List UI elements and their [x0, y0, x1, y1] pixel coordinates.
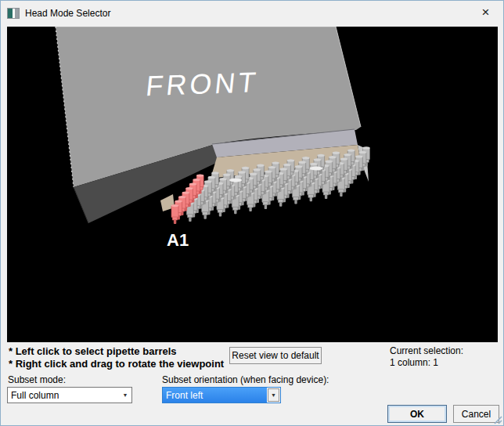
close-icon: ×: [482, 5, 490, 20]
subset-orientation-value: Front left: [163, 388, 267, 403]
viewport-instructions: * Left click to select pipette barrels* …: [9, 345, 224, 370]
titlebar: Head Mode Selector ×: [1, 1, 503, 25]
head-mode-selector-dialog: Head Mode Selector ×: [0, 0, 504, 426]
chevron-down-icon: ▼: [268, 388, 279, 402]
column-a1-label: A1: [167, 230, 189, 250]
subset-orientation-label: Subset orientation (when facing device):: [162, 374, 329, 385]
close-button[interactable]: ×: [468, 1, 503, 24]
app-icon: [7, 8, 20, 19]
subset-orientation-select[interactable]: Front left ▼: [162, 387, 281, 403]
reset-view-button[interactable]: Reset view to default: [229, 347, 322, 364]
subset-mode-select[interactable]: Full column ▼: [7, 387, 132, 403]
resize-grip[interactable]: [492, 414, 502, 424]
pipette-head-3d-scene: FRONT A1: [7, 27, 498, 342]
current-selection: Current selection: 1 column: 1: [390, 345, 463, 369]
front-face-label: FRONT: [144, 66, 260, 102]
subset-mode-value: Full column: [8, 388, 119, 403]
chevron-down-icon: ▼: [119, 388, 131, 403]
window-title: Head Mode Selector: [25, 8, 110, 19]
instruction-line-2: * Right click and drag to rotate the vie…: [9, 358, 224, 370]
3d-viewport[interactable]: FRONT A1: [7, 27, 498, 342]
instruction-line-1: * Left click to select pipette barrels: [9, 345, 177, 357]
subset-mode-label: Subset mode:: [8, 374, 66, 385]
current-selection-value: 1 column: 1: [390, 357, 463, 369]
ok-button[interactable]: OK: [387, 405, 447, 423]
current-selection-label: Current selection:: [390, 345, 463, 357]
